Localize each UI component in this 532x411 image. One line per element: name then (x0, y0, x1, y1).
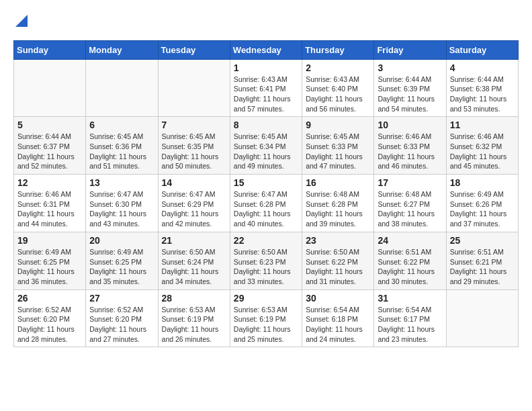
day-info: Sunrise: 6:50 AM Sunset: 6:22 PM Dayligh… (306, 247, 370, 287)
day-number: 1 (234, 62, 298, 73)
calendar-cell: 12Sunrise: 6:46 AM Sunset: 6:31 PM Dayli… (14, 175, 86, 232)
calendar-cell (86, 59, 158, 117)
calendar-cell: 23Sunrise: 6:50 AM Sunset: 6:22 PM Dayli… (302, 232, 374, 289)
calendar-week-row: 26Sunrise: 6:52 AM Sunset: 6:20 PM Dayli… (14, 289, 519, 347)
day-number: 17 (378, 177, 442, 188)
day-info: Sunrise: 6:46 AM Sunset: 6:31 PM Dayligh… (17, 189, 82, 229)
day-number: 31 (378, 293, 442, 304)
day-number: 20 (89, 235, 154, 246)
weekday-header-friday: Friday (374, 40, 446, 59)
day-info: Sunrise: 6:54 AM Sunset: 6:17 PM Dayligh… (378, 305, 442, 345)
day-number: 6 (89, 120, 154, 130)
day-number: 25 (450, 235, 515, 246)
weekday-header-tuesday: Tuesday (158, 40, 230, 59)
calendar-cell: 25Sunrise: 6:51 AM Sunset: 6:21 PM Dayli… (446, 232, 518, 289)
weekday-header-saturday: Saturday (446, 40, 518, 59)
calendar-cell: 24Sunrise: 6:51 AM Sunset: 6:22 PM Dayli… (374, 232, 446, 289)
day-number: 13 (89, 177, 154, 188)
day-info: Sunrise: 6:52 AM Sunset: 6:20 PM Dayligh… (89, 305, 154, 345)
day-number: 9 (306, 120, 370, 130)
day-number: 3 (378, 62, 442, 73)
day-info: Sunrise: 6:46 AM Sunset: 6:32 PM Dayligh… (450, 132, 515, 171)
calendar-week-row: 5Sunrise: 6:44 AM Sunset: 6:37 PM Daylig… (14, 117, 519, 175)
day-number: 12 (17, 177, 82, 188)
day-info: Sunrise: 6:54 AM Sunset: 6:18 PM Dayligh… (306, 305, 370, 345)
day-number: 23 (306, 235, 370, 246)
day-info: Sunrise: 6:44 AM Sunset: 6:37 PM Dayligh… (17, 132, 82, 171)
calendar-table: SundayMondayTuesdayWednesdayThursdayFrid… (13, 40, 519, 348)
day-number: 7 (162, 120, 226, 130)
day-info: Sunrise: 6:45 AM Sunset: 6:35 PM Dayligh… (162, 132, 226, 171)
calendar-cell: 10Sunrise: 6:46 AM Sunset: 6:33 PM Dayli… (374, 117, 446, 175)
calendar-week-row: 1Sunrise: 6:43 AM Sunset: 6:41 PM Daylig… (14, 59, 519, 117)
calendar-cell (14, 59, 86, 117)
day-info: Sunrise: 6:47 AM Sunset: 6:30 PM Dayligh… (89, 189, 154, 229)
day-number: 4 (450, 62, 515, 73)
day-info: Sunrise: 6:43 AM Sunset: 6:40 PM Dayligh… (306, 75, 370, 114)
calendar-cell: 9Sunrise: 6:45 AM Sunset: 6:33 PM Daylig… (302, 117, 374, 175)
day-info: Sunrise: 6:46 AM Sunset: 6:33 PM Dayligh… (378, 132, 442, 171)
day-number: 19 (17, 235, 82, 246)
calendar-cell: 17Sunrise: 6:48 AM Sunset: 6:27 PM Dayli… (374, 175, 446, 232)
calendar-cell: 6Sunrise: 6:45 AM Sunset: 6:36 PM Daylig… (86, 117, 158, 175)
day-info: Sunrise: 6:50 AM Sunset: 6:24 PM Dayligh… (162, 247, 226, 287)
day-number: 22 (234, 235, 298, 246)
day-number: 30 (306, 293, 370, 304)
calendar-cell: 18Sunrise: 6:49 AM Sunset: 6:26 PM Dayli… (446, 175, 518, 232)
weekday-header-sunday: Sunday (14, 40, 86, 59)
calendar-cell: 16Sunrise: 6:48 AM Sunset: 6:28 PM Dayli… (302, 175, 374, 232)
day-number: 14 (162, 177, 226, 188)
calendar-cell (446, 289, 518, 347)
calendar-cell: 15Sunrise: 6:47 AM Sunset: 6:28 PM Dayli… (230, 175, 302, 232)
day-number: 11 (450, 120, 515, 130)
calendar-cell: 20Sunrise: 6:49 AM Sunset: 6:25 PM Dayli… (86, 232, 158, 289)
calendar-cell: 19Sunrise: 6:49 AM Sunset: 6:25 PM Dayli… (14, 232, 86, 289)
calendar-cell: 8Sunrise: 6:45 AM Sunset: 6:34 PM Daylig… (230, 117, 302, 175)
svg-marker-0 (15, 15, 28, 27)
day-info: Sunrise: 6:44 AM Sunset: 6:39 PM Dayligh… (378, 75, 442, 114)
day-info: Sunrise: 6:51 AM Sunset: 6:21 PM Dayligh… (450, 247, 515, 287)
day-number: 10 (378, 120, 442, 130)
day-info: Sunrise: 6:45 AM Sunset: 6:36 PM Dayligh… (89, 132, 154, 171)
day-info: Sunrise: 6:44 AM Sunset: 6:38 PM Dayligh… (450, 75, 515, 114)
weekday-header-wednesday: Wednesday (230, 40, 302, 59)
day-info: Sunrise: 6:53 AM Sunset: 6:19 PM Dayligh… (162, 305, 226, 345)
day-info: Sunrise: 6:50 AM Sunset: 6:23 PM Dayligh… (234, 247, 298, 287)
day-info: Sunrise: 6:49 AM Sunset: 6:25 PM Dayligh… (17, 247, 82, 287)
calendar-cell: 31Sunrise: 6:54 AM Sunset: 6:17 PM Dayli… (374, 289, 446, 347)
day-info: Sunrise: 6:47 AM Sunset: 6:28 PM Dayligh… (234, 189, 298, 229)
day-info: Sunrise: 6:43 AM Sunset: 6:41 PM Dayligh… (234, 75, 298, 114)
day-info: Sunrise: 6:45 AM Sunset: 6:34 PM Dayligh… (234, 132, 298, 171)
calendar-cell: 14Sunrise: 6:47 AM Sunset: 6:29 PM Dayli… (158, 175, 230, 232)
day-number: 18 (450, 177, 515, 188)
day-info: Sunrise: 6:49 AM Sunset: 6:26 PM Dayligh… (450, 189, 515, 229)
calendar-cell: 4Sunrise: 6:44 AM Sunset: 6:38 PM Daylig… (446, 59, 518, 117)
page-header (13, 13, 519, 30)
calendar-cell: 3Sunrise: 6:44 AM Sunset: 6:39 PM Daylig… (374, 59, 446, 117)
day-number: 26 (17, 293, 82, 304)
day-number: 21 (162, 235, 226, 246)
calendar-cell: 22Sunrise: 6:50 AM Sunset: 6:23 PM Dayli… (230, 232, 302, 289)
calendar-cell: 21Sunrise: 6:50 AM Sunset: 6:24 PM Dayli… (158, 232, 230, 289)
day-number: 2 (306, 62, 370, 73)
day-number: 27 (89, 293, 154, 304)
weekday-header-monday: Monday (86, 40, 158, 59)
day-number: 28 (162, 293, 226, 304)
logo-icon (15, 15, 28, 27)
day-number: 8 (234, 120, 298, 130)
calendar-cell: 1Sunrise: 6:43 AM Sunset: 6:41 PM Daylig… (230, 59, 302, 117)
calendar-cell: 26Sunrise: 6:52 AM Sunset: 6:20 PM Dayli… (14, 289, 86, 347)
calendar-cell: 5Sunrise: 6:44 AM Sunset: 6:37 PM Daylig… (14, 117, 86, 175)
day-info: Sunrise: 6:48 AM Sunset: 6:27 PM Dayligh… (378, 189, 442, 229)
day-info: Sunrise: 6:48 AM Sunset: 6:28 PM Dayligh… (306, 189, 370, 229)
calendar-cell: 30Sunrise: 6:54 AM Sunset: 6:18 PM Dayli… (302, 289, 374, 347)
calendar-cell: 11Sunrise: 6:46 AM Sunset: 6:32 PM Dayli… (446, 117, 518, 175)
day-number: 15 (234, 177, 298, 188)
day-info: Sunrise: 6:47 AM Sunset: 6:29 PM Dayligh… (162, 189, 226, 229)
day-info: Sunrise: 6:51 AM Sunset: 6:22 PM Dayligh… (378, 247, 442, 287)
calendar-cell: 13Sunrise: 6:47 AM Sunset: 6:30 PM Dayli… (86, 175, 158, 232)
day-number: 16 (306, 177, 370, 188)
day-number: 29 (234, 293, 298, 304)
calendar-cell (158, 59, 230, 117)
day-info: Sunrise: 6:53 AM Sunset: 6:19 PM Dayligh… (234, 305, 298, 345)
